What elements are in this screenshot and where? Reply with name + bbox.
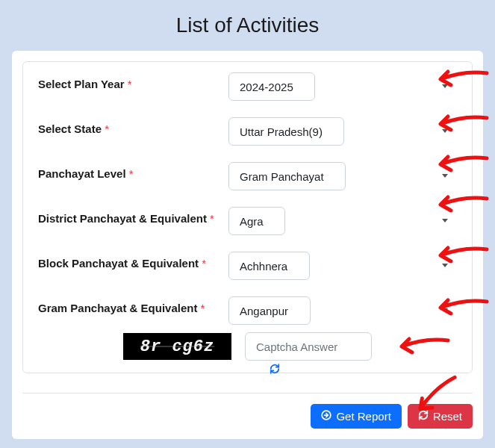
get-report-button[interactable]: Get Report [311,404,401,429]
page-title: List of Activities [0,0,495,51]
captcha-row: 8r cg6z [38,332,457,361]
select-panchayat-level[interactable]: Gram Panchayat [228,162,346,190]
refresh-captcha-icon[interactable] [270,364,280,376]
row-state: Select State * Uttar Pradesh(9) [38,117,457,146]
row-level: Panchayat Level * Gram Panchayat [38,162,457,190]
row-district: District Panchayat & Equivalent * Agra [38,207,457,235]
row-block: Block Panchayat & Equivalent * Achhnera [38,252,457,280]
required-mark: * [201,302,205,314]
reset-button[interactable]: Reset [408,404,473,429]
row-plan-year: Select Plan Year * 2024-2025 [38,72,457,101]
label-state: Select State * [38,117,228,137]
row-gram: Gram Panchayat & Equivalent * Anganpur [38,296,457,325]
form-panel: Select Plan Year * 2024-2025 Select Stat… [22,61,473,373]
select-wrap: Gram Panchayat [228,162,457,190]
select-state[interactable]: Uttar Pradesh(9) [228,117,344,146]
label-plan-year: Select Plan Year * [38,72,228,92]
select-plan-year[interactable]: 2024-2025 [228,72,315,101]
required-mark: * [202,257,206,270]
required-mark: * [128,78,132,90]
arrow-right-icon [321,410,331,423]
captcha-input[interactable] [245,332,372,361]
button-bar: Get Report Reset [22,393,473,429]
label-level: Panchayat Level * [38,162,228,181]
select-wrap: 2024-2025 [228,72,457,101]
label-district: District Panchayat & Equivalent * [38,207,228,226]
label-gram: Gram Panchayat & Equivalent * [38,296,228,316]
select-block[interactable]: Achhnera [228,252,310,280]
select-wrap: Anganpur [228,296,457,325]
required-mark: * [105,122,109,135]
select-gram[interactable]: Anganpur [228,296,311,325]
form-card: Select Plan Year * 2024-2025 Select Stat… [12,51,483,439]
label-block: Block Panchayat & Equivalent * [38,252,228,271]
required-mark: * [210,212,214,225]
select-district[interactable]: Agra [228,207,285,235]
select-wrap: Achhnera [228,252,457,280]
select-wrap: Uttar Pradesh(9) [228,117,457,146]
captcha-image: 8r cg6z [123,333,231,360]
refresh-icon [418,410,429,423]
select-wrap: Agra [228,207,457,235]
required-mark: * [129,167,134,180]
